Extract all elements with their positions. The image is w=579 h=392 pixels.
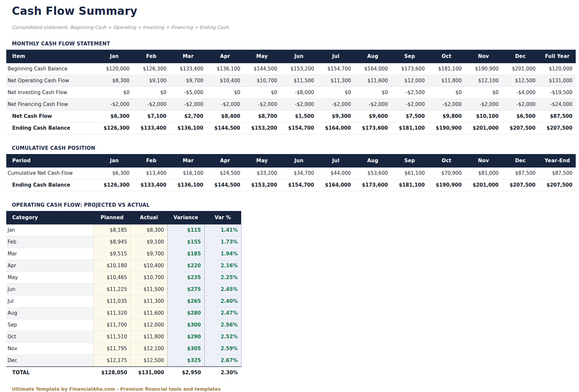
cell-value: $87,500 <box>539 111 576 122</box>
cell-value: $136,100 <box>207 63 244 75</box>
cell-value: $87,500 <box>502 168 539 179</box>
cell-value: $201,000 <box>465 179 502 191</box>
footer-credit: Ultimate Template by FinancialAha.com - … <box>12 386 579 392</box>
var-pct-value: 2.30% <box>204 367 241 379</box>
cell-value: $11,300 <box>317 75 354 87</box>
cell-value: -$24,000 <box>539 99 576 111</box>
column-header: Mar <box>170 50 207 63</box>
cell-value: -$2,000 <box>391 99 428 111</box>
cell-value: -$2,000 <box>207 99 244 111</box>
table-row: Nov$11,795$12,100$3052.59% <box>6 343 241 355</box>
cell-value: $24,500 <box>207 168 244 179</box>
cell-value: $120,000 <box>96 63 133 75</box>
cell-value: $164,000 <box>317 122 354 134</box>
planned-value: $11,795 <box>94 343 130 355</box>
column-header: Nov <box>465 154 502 168</box>
header-row: ItemJanFebMarAprMayJunJulAugSepOctNovDec… <box>6 50 576 63</box>
cell-value: -$5,000 <box>170 87 207 99</box>
cell-value: -$4,000 <box>502 87 539 99</box>
column-header: Sep <box>391 50 428 63</box>
cell-value: $181,100 <box>391 122 428 134</box>
var-pct-value: 2.25% <box>204 272 241 284</box>
actual-value: $12,100 <box>130 343 167 355</box>
cell-value: $144,500 <box>244 63 280 75</box>
table-row: Oct$11,510$11,800$2902.52% <box>6 331 241 343</box>
cell-value: $81,000 <box>465 168 502 179</box>
table-row: Jul$11,035$11,300$2652.40% <box>6 296 241 307</box>
column-header: May <box>244 154 280 168</box>
variance-value: $280 <box>167 307 204 319</box>
cell-value: $13,400 <box>133 168 170 179</box>
table-row: May$10,465$10,700$2352.25% <box>6 272 241 284</box>
var-pct-value: 1.94% <box>204 248 241 260</box>
cell-value: $16,100 <box>170 168 207 179</box>
actual-value: $11,800 <box>130 331 167 343</box>
row-label: Cumulative Net Cash Flow <box>6 168 96 179</box>
cell-value: $12,000 <box>391 75 428 87</box>
cell-value: $9,600 <box>354 111 391 122</box>
row-label: Feb <box>6 236 94 248</box>
planned-value: $8,185 <box>94 224 130 236</box>
row-label: Mar <box>6 248 94 260</box>
total-row: TOTAL$128,050$131,000$2,9502.30% <box>6 367 241 379</box>
var-pct-value: 2.59% <box>204 343 241 355</box>
row-label: Ending Cash Balance <box>6 179 96 191</box>
cell-value: $10,700 <box>244 75 280 87</box>
cell-value: $9,700 <box>170 75 207 87</box>
column-header: Category <box>6 211 94 224</box>
column-header: Feb <box>133 154 170 168</box>
header-row: CategoryPlannedActualVarianceVar % <box>6 211 241 224</box>
cell-value: $9,300 <box>317 111 354 122</box>
cell-value: $1,500 <box>280 111 317 122</box>
column-header: Oct <box>428 50 465 63</box>
actual-value: $11,600 <box>130 307 167 319</box>
actual-value: $11,500 <box>130 284 167 296</box>
monthly-cash-flow-table: ItemJanFebMarAprMayJunJulAugSepOctNovDec… <box>6 50 576 134</box>
cell-value: $53,600 <box>354 168 391 179</box>
variance-value: $275 <box>167 284 204 296</box>
planned-value: $11,225 <box>94 284 130 296</box>
row-label: Net Cash Flow <box>6 111 96 122</box>
cell-value: $10,100 <box>465 111 502 122</box>
planned-value: $11,035 <box>94 296 130 307</box>
row-label: Jan <box>6 224 94 236</box>
column-header: Jan <box>96 50 133 63</box>
cell-value: $7,100 <box>133 111 170 122</box>
planned-value: $11,700 <box>94 319 130 331</box>
cell-value: $0 <box>354 87 391 99</box>
column-header: Nov <box>465 50 502 63</box>
cell-value: $44,000 <box>317 168 354 179</box>
cell-value: $181,100 <box>391 179 428 191</box>
column-header: Year-End <box>539 154 576 168</box>
cell-value: $154,700 <box>317 63 354 75</box>
column-header: Period <box>6 154 96 168</box>
cell-value: $136,100 <box>170 179 207 191</box>
cell-value: $9,800 <box>428 111 465 122</box>
table-row: Aug$11,320$11,600$2802.47% <box>6 307 241 319</box>
cell-value: $0 <box>244 87 280 99</box>
planned-value: $10,465 <box>94 272 130 284</box>
planned-value: $11,510 <box>94 331 130 343</box>
actual-value: $12,500 <box>130 355 167 367</box>
cell-value: $190,900 <box>428 179 465 191</box>
column-header: Variance <box>167 211 204 224</box>
cell-value: $201,000 <box>465 122 502 134</box>
cell-value: $0 <box>207 87 244 99</box>
column-header: Feb <box>133 50 170 63</box>
column-header: Aug <box>354 154 391 168</box>
cell-value: $154,700 <box>280 122 317 134</box>
cell-value: $126,300 <box>96 179 133 191</box>
planned-value: $9,515 <box>94 248 130 260</box>
cell-value: $181,100 <box>428 63 465 75</box>
page-title: Cash Flow Summary <box>12 5 579 17</box>
variance-heading: OPERATING CASH FLOW: PROJECTED VS ACTUAL <box>12 202 579 208</box>
variance-value: $220 <box>167 260 204 272</box>
cell-value: $6,300 <box>96 111 133 122</box>
column-header: Planned <box>94 211 130 224</box>
var-pct-value: 1.73% <box>204 236 241 248</box>
cell-value: $12,500 <box>502 75 539 87</box>
cell-value: $190,900 <box>428 122 465 134</box>
projected-vs-actual-table: CategoryPlannedActualVarianceVar %Jan$8,… <box>6 211 242 379</box>
cell-value: $136,100 <box>170 122 207 134</box>
variance-value: $265 <box>167 296 204 307</box>
